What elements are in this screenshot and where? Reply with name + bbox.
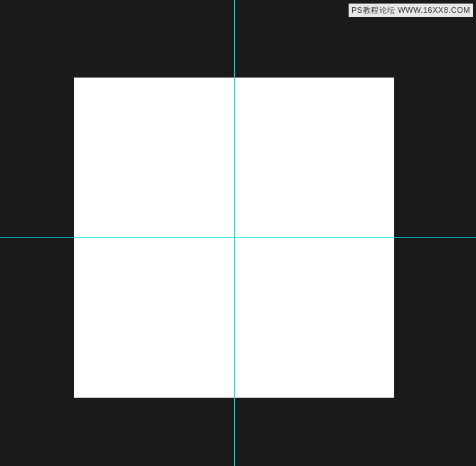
watermark-label: PS教程论坛 WWW.16XX8.COM: [349, 4, 473, 17]
canvas-workspace[interactable]: [0, 0, 476, 466]
horizontal-guide[interactable]: [0, 237, 476, 238]
vertical-guide[interactable]: [234, 0, 235, 466]
